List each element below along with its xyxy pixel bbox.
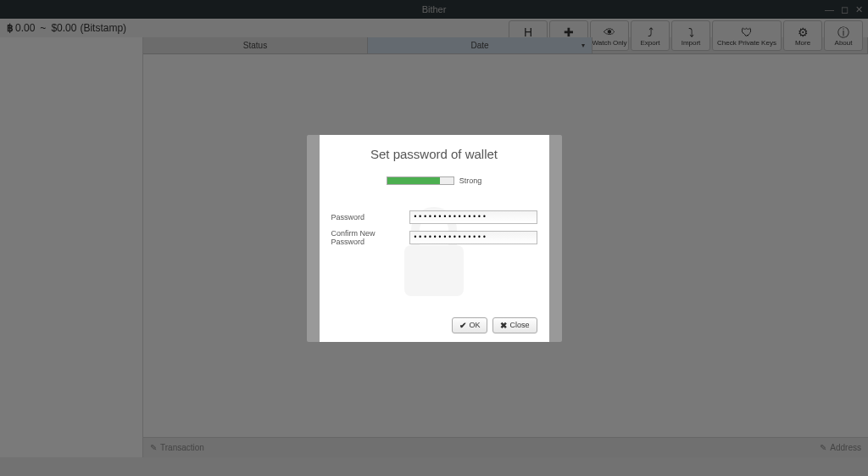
confirm-password-input[interactable] <box>409 231 537 244</box>
password-label: Password <box>331 213 409 221</box>
check-icon: ✔ <box>459 321 466 330</box>
dialog-container: Set password of wallet Strong Password C… <box>307 135 562 342</box>
password-strength-label: Strong <box>459 176 482 185</box>
confirm-password-label: Confirm New Password <box>331 229 409 246</box>
password-input[interactable] <box>409 210 537 224</box>
password-row: Password <box>331 210 537 224</box>
modal-overlay: Set password of wallet Strong Password C… <box>0 0 868 476</box>
close-button[interactable]: ✖ Close <box>492 317 537 333</box>
ok-button[interactable]: ✔ OK <box>452 317 487 333</box>
x-icon: ✖ <box>500 321 507 330</box>
password-strength-bar <box>387 176 454 185</box>
svg-rect-0 <box>404 245 464 296</box>
password-strength-fill <box>387 177 440 184</box>
form-rows: Password Confirm New Password <box>320 210 549 246</box>
password-strength-row: Strong <box>320 176 549 185</box>
password-dialog: Set password of wallet Strong Password C… <box>320 135 549 342</box>
confirm-password-row: Confirm New Password <box>331 229 537 246</box>
dialog-buttons: ✔ OK ✖ Close <box>320 317 549 333</box>
dialog-title: Set password of wallet <box>320 147 549 161</box>
